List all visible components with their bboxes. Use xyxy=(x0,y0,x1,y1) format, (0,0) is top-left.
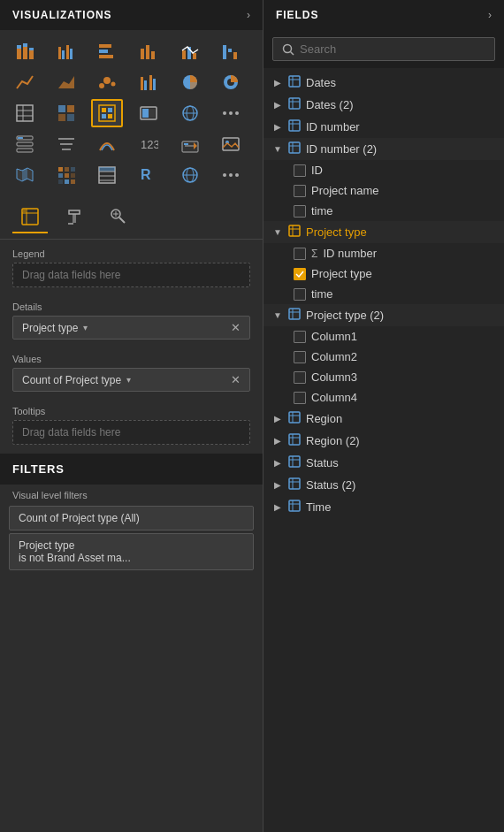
tree-child-item[interactable]: Column3 xyxy=(263,367,504,387)
viz-globe[interactable] xyxy=(174,99,206,127)
tree-expand-icon[interactable]: ▶ xyxy=(272,502,283,512)
viz-table[interactable] xyxy=(9,99,41,127)
child-field-label: Project type xyxy=(311,267,372,280)
tree-child-item[interactable]: Project name xyxy=(263,180,504,201)
svg-rect-39 xyxy=(58,114,65,121)
filter-chip-2[interactable]: Project type is not Brand Asset ma... xyxy=(9,533,254,570)
tree-expand-icon[interactable]: ▶ xyxy=(272,122,283,132)
tree-child-item[interactable]: time xyxy=(263,284,504,304)
tree-item[interactable]: ▶ Region xyxy=(263,408,504,430)
viz-grouped-bar2[interactable] xyxy=(133,68,164,96)
field-checkbox[interactable] xyxy=(294,185,306,197)
field-checkbox[interactable] xyxy=(294,288,306,301)
details-chip[interactable]: Project type ▾ ✕ xyxy=(12,316,250,340)
viz-number[interactable]: 123 xyxy=(133,130,164,158)
tree-child-item[interactable]: Column1 xyxy=(263,326,504,347)
sub-icon-format[interactable] xyxy=(57,202,92,233)
viz-filter-list[interactable] xyxy=(50,130,82,158)
field-checkbox[interactable] xyxy=(294,392,306,404)
viz-r-script[interactable]: R xyxy=(133,161,164,189)
tree-item[interactable]: ▶ Region (2) xyxy=(263,430,504,452)
tree-item[interactable]: ▶ ID number xyxy=(263,116,504,138)
viz-globe2[interactable] xyxy=(174,161,206,189)
viz-selected-icon[interactable] xyxy=(91,99,123,127)
viz-heatmap[interactable] xyxy=(50,161,82,189)
viz-gauge[interactable] xyxy=(133,99,164,127)
viz-slicer[interactable] xyxy=(9,130,41,158)
chip-dropdown-icon[interactable]: ▾ xyxy=(83,323,88,332)
right-panel: FIELDS › ▶ Dates▶ Dates (2)▶ ID number▼ … xyxy=(263,0,504,832)
svg-text:R: R xyxy=(141,167,151,182)
tree-expand-icon[interactable]: ▶ xyxy=(272,436,283,446)
viz-grouped-bar[interactable] xyxy=(50,37,82,65)
viz-matrix[interactable] xyxy=(50,99,82,127)
viz-arc[interactable] xyxy=(91,130,123,158)
viz-more[interactable] xyxy=(215,99,247,127)
svg-rect-113 xyxy=(289,142,300,153)
viz-line-bar[interactable] xyxy=(174,37,206,65)
legend-drop-zone[interactable]: Drag data fields here xyxy=(12,263,250,287)
search-input[interactable] xyxy=(300,42,485,56)
svg-rect-57 xyxy=(17,142,33,146)
tree-item[interactable]: ▶ Status xyxy=(263,452,504,474)
tree-expand-icon[interactable]: ▼ xyxy=(272,310,283,320)
values-chip-dropdown-icon[interactable]: ▾ xyxy=(126,375,131,385)
tree-item[interactable]: ▼ Project type xyxy=(263,221,504,243)
tree-child-item[interactable]: ID xyxy=(263,160,504,180)
tree-item[interactable]: ▶ Time xyxy=(263,496,504,518)
values-chip-remove[interactable]: ✕ xyxy=(231,373,241,386)
tree-item[interactable]: ▶ Status (2) xyxy=(263,474,504,496)
tree-child-item[interactable]: Project type xyxy=(263,263,504,284)
viz-stacked-bar[interactable] xyxy=(9,37,41,65)
viz-map-filled[interactable] xyxy=(9,161,41,189)
tree-expand-icon[interactable]: ▶ xyxy=(272,78,283,88)
field-checkbox[interactable] xyxy=(294,268,306,280)
field-checkbox[interactable] xyxy=(294,205,306,218)
filter-chip-1[interactable]: Count of Project type (All) xyxy=(9,506,254,530)
table-icon xyxy=(288,225,301,240)
viz-pie[interactable] xyxy=(174,68,206,96)
tree-child-item[interactable]: ΣID number xyxy=(263,243,504,263)
tree-child-item[interactable]: time xyxy=(263,201,504,221)
tree-item[interactable]: ▶ Dates (2) xyxy=(263,94,504,116)
values-chip[interactable]: Count of Project type ▾ ✕ xyxy=(12,368,250,392)
viz-more2[interactable] xyxy=(215,161,247,189)
fields-expand-icon[interactable]: › xyxy=(488,9,492,21)
tree-expand-icon[interactable]: ▶ xyxy=(272,458,283,468)
tree-child-item[interactable]: Column4 xyxy=(263,387,504,408)
field-checkbox[interactable] xyxy=(294,351,306,363)
svg-rect-80 xyxy=(71,179,75,184)
field-checkbox[interactable] xyxy=(294,164,306,177)
viz-image[interactable] xyxy=(215,130,247,158)
viz-bar-horizontal[interactable] xyxy=(91,37,123,65)
viz-line[interactable] xyxy=(9,68,41,96)
tree-child-item[interactable]: Column2 xyxy=(263,347,504,367)
field-checkbox[interactable] xyxy=(294,371,306,384)
values-section: Values Count of Project type ▾ ✕ xyxy=(0,348,263,401)
tooltips-drop-zone[interactable]: Drag data fields here xyxy=(12,420,250,445)
tree-expand-icon[interactable]: ▼ xyxy=(272,227,283,237)
sub-icon-analytics[interactable] xyxy=(101,202,136,233)
svg-point-24 xyxy=(103,77,111,84)
tree-expand-icon[interactable]: ▶ xyxy=(272,480,283,490)
viz-bar-simple[interactable] xyxy=(133,37,164,65)
tree-item[interactable]: ▼ Project type (2) xyxy=(263,304,504,326)
viz-table2[interactable] xyxy=(91,161,123,189)
tree-item[interactable]: ▼ ID number (2) xyxy=(263,138,504,160)
viz-donut[interactable] xyxy=(215,68,247,96)
tree-expand-icon[interactable]: ▼ xyxy=(272,144,283,154)
viz-kpi[interactable] xyxy=(174,130,206,158)
viz-scatter[interactable] xyxy=(91,68,123,96)
viz-area[interactable] xyxy=(50,68,82,96)
table-icon xyxy=(288,500,301,515)
field-checkbox[interactable] xyxy=(294,248,306,260)
tree-expand-icon[interactable]: ▶ xyxy=(272,414,283,424)
tree-expand-icon[interactable]: ▶ xyxy=(272,100,283,110)
viz-waterfall[interactable] xyxy=(215,37,247,65)
visualizations-expand-icon[interactable]: › xyxy=(247,9,250,21)
field-checkbox[interactable] xyxy=(294,331,306,343)
details-chip-remove[interactable]: ✕ xyxy=(231,321,241,334)
sub-icon-fields[interactable] xyxy=(12,202,48,233)
svg-rect-48 xyxy=(142,109,149,118)
tree-item[interactable]: ▶ Dates xyxy=(263,72,504,94)
